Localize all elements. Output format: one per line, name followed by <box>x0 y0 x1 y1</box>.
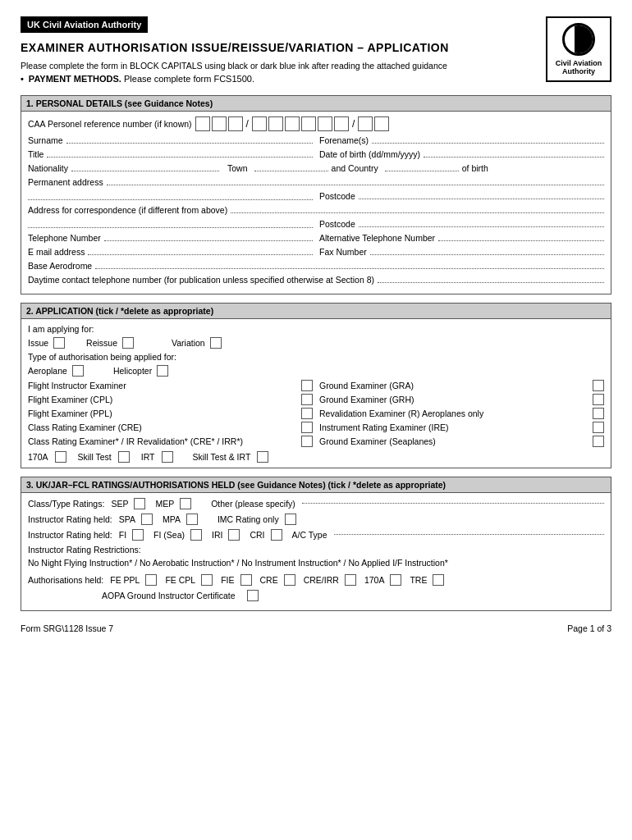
section-2: 2. APPLICATION (tick / *delete as approp… <box>21 303 611 468</box>
cri-checkbox[interactable] <box>271 529 282 541</box>
cre-checkbox[interactable] <box>301 422 313 433</box>
base-row: Base Aerodrome <box>28 261 604 271</box>
corr-address-field2[interactable] <box>28 219 313 228</box>
ref-box-3[interactable] <box>228 116 243 131</box>
grh-checkbox[interactable] <box>593 394 604 405</box>
aopa-checkbox[interactable] <box>247 590 259 601</box>
forenames-col: Forename(s) <box>319 135 604 145</box>
cre-irr-held-item: CRE/IRR <box>304 574 356 586</box>
variation-checkbox[interactable] <box>210 337 222 349</box>
tre-checkbox[interactable] <box>433 574 444 586</box>
ref-box-7[interactable] <box>301 116 316 131</box>
postcode2-group: Postcode <box>319 219 604 229</box>
a170a-held-checkbox[interactable] <box>390 574 401 586</box>
ref-box-10[interactable] <box>358 116 373 131</box>
postcode-field[interactable] <box>359 199 604 199</box>
section-1-header: 1. PERSONAL DETAILS (see Guidance Notes) <box>21 96 611 112</box>
ref-box-1[interactable] <box>195 116 210 131</box>
mep-checkbox[interactable] <box>180 498 191 509</box>
town-field[interactable] <box>254 171 328 171</box>
alt-tel-label: Alternative Telephone Number <box>319 233 435 243</box>
perm-address-row2: Postcode <box>28 191 604 201</box>
iri-label: IRI <box>212 530 222 540</box>
fi-item: FI <box>119 529 144 541</box>
rev-checkbox[interactable] <box>593 408 604 419</box>
cre-held-checkbox[interactable] <box>284 574 295 586</box>
skill-test-checkbox[interactable] <box>118 451 130 463</box>
email-label: E mail address <box>28 247 85 257</box>
email-field[interactable] <box>88 254 313 255</box>
a170a-checkbox[interactable] <box>55 451 66 463</box>
mpa-checkbox[interactable] <box>186 514 198 525</box>
section-2-body: I am applying for: Issue Reissue Variati… <box>21 319 611 468</box>
reissue-checkbox[interactable] <box>122 337 134 349</box>
ref-box-5[interactable] <box>268 116 283 131</box>
irt-checkbox[interactable] <box>162 451 173 463</box>
ac-type-label: A/C Type <box>292 530 327 540</box>
forenames-field[interactable] <box>372 143 604 144</box>
section-2-header: 2. APPLICATION (tick / *delete as approp… <box>21 304 611 319</box>
perm-address-field2[interactable] <box>28 191 313 200</box>
a170a-label: 170A <box>28 452 48 462</box>
tel-field[interactable] <box>104 240 313 241</box>
fie-auth-label: FIE <box>221 575 234 585</box>
fi-label: FI <box>119 530 126 540</box>
spa-item: SPA <box>119 514 153 525</box>
bullet-dot: • <box>21 74 24 84</box>
irt-label: IRT <box>141 452 155 462</box>
aopa-row: AOPA Ground Instructor Certificate <box>102 590 604 601</box>
ref-box-2[interactable] <box>212 116 227 131</box>
ref-box-6[interactable] <box>285 116 300 131</box>
aeroplane-checkbox[interactable] <box>72 365 84 377</box>
ref-box-11[interactable] <box>374 116 389 131</box>
ppl-checkbox[interactable] <box>301 408 313 419</box>
country-field[interactable] <box>385 171 459 171</box>
cre-irr-checkbox[interactable] <box>301 436 313 447</box>
fi-checkbox[interactable] <box>132 529 144 541</box>
ref-box-4[interactable] <box>252 116 267 131</box>
corr-address-field[interactable] <box>231 212 604 213</box>
ire-checkbox[interactable] <box>593 422 604 433</box>
imc-checkbox[interactable] <box>285 514 296 525</box>
spa-checkbox[interactable] <box>141 514 153 525</box>
sea-label: Ground Examiner (Seaplanes) <box>319 436 588 446</box>
dob-field[interactable] <box>424 157 604 158</box>
skill-test-irt-checkbox[interactable] <box>257 451 268 463</box>
ref-box-8[interactable] <box>318 116 332 131</box>
gra-checkbox[interactable] <box>593 380 604 391</box>
daytime-field[interactable] <box>378 282 604 283</box>
aeroplane-helicopter-row: Aeroplane Helicopter <box>28 365 604 377</box>
cpl-checkbox[interactable] <box>301 394 313 405</box>
cre-irr-held-checkbox[interactable] <box>345 574 356 586</box>
other-field[interactable] <box>302 503 604 504</box>
perm-address-row: Permanent address <box>28 177 604 187</box>
fie-auth-checkbox[interactable] <box>240 574 252 586</box>
perm-address-field[interactable] <box>107 185 604 185</box>
fax-field[interactable] <box>370 254 604 255</box>
sea-checkbox[interactable] <box>593 436 604 447</box>
fe-ppl-checkbox[interactable] <box>145 574 157 586</box>
sep-checkbox[interactable] <box>134 498 145 509</box>
title-label: Title <box>28 149 44 159</box>
issue-checkbox[interactable] <box>53 337 65 349</box>
fie-checkbox[interactable] <box>301 380 313 391</box>
ac-type-field[interactable] <box>334 534 604 535</box>
base-field[interactable] <box>95 268 604 269</box>
surname-field[interactable] <box>66 143 313 144</box>
iri-item: IRI <box>212 529 240 541</box>
helicopter-checkbox[interactable] <box>157 365 168 377</box>
fe-cpl-checkbox[interactable] <box>201 574 213 586</box>
postcode2-field[interactable] <box>359 226 604 227</box>
cre-irr-held-label: CRE/IRR <box>304 575 339 585</box>
iri-checkbox[interactable] <box>228 529 240 541</box>
title-field[interactable] <box>47 157 313 158</box>
nationality-row: Nationality Town and Country of birth <box>28 163 604 173</box>
town-label: Town <box>227 163 248 173</box>
ref-box-9[interactable] <box>334 116 349 131</box>
fi-sea-checkbox[interactable] <box>190 529 202 541</box>
caa-ref-boxes[interactable]: / / <box>195 116 390 131</box>
instructor-rating2-label: Instructor Rating held: <box>28 530 112 540</box>
fax-col: Fax Number <box>319 247 604 257</box>
nationality-field[interactable] <box>71 171 219 171</box>
alt-tel-field[interactable] <box>438 240 604 241</box>
